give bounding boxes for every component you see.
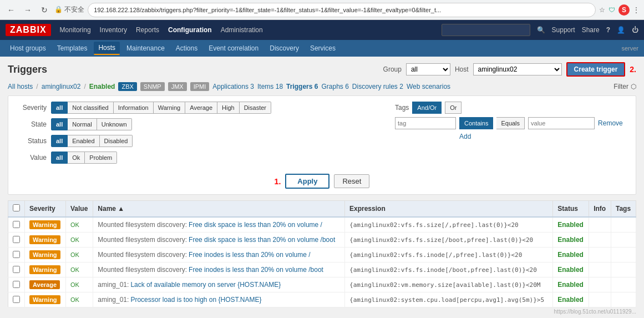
group-select[interactable]: all	[406, 63, 450, 75]
remove-link[interactable]: Remove	[598, 119, 623, 127]
link-triggers[interactable]: Triggers 6	[286, 83, 318, 90]
breadcrumb-all-hosts[interactable]: All hosts	[8, 83, 33, 90]
row-name-link-2[interactable]: Free inodes is less than 20% on volume /	[189, 251, 310, 259]
address-bar[interactable]	[88, 3, 596, 17]
nav-reports[interactable]: Reports	[136, 24, 159, 36]
row-checkbox-1[interactable]	[13, 236, 20, 243]
sub-nav-host-groups[interactable]: Host groups	[6, 42, 50, 54]
row-tags-2	[611, 248, 636, 263]
row-checkbox-0[interactable]	[13, 221, 20, 228]
row-checkbox-4[interactable]	[13, 281, 20, 288]
row-checkbox-5[interactable]	[13, 296, 20, 303]
filter-toggle[interactable]: Filter ⬡	[613, 83, 636, 90]
status-label: Status	[16, 137, 47, 145]
tab-snmp[interactable]: SNMP	[140, 82, 165, 91]
row-expr-text-4: {aminglinux02:vm.memory.size[available].…	[349, 281, 540, 289]
status-buttons: all Enabled Disabled	[51, 135, 133, 147]
sub-nav-maintenance[interactable]: Maintenance	[122, 42, 169, 54]
row-expr-text-0: {aminglinux02:vfs.fs.size[/,pfree].last(…	[349, 221, 519, 229]
link-web-scenarios[interactable]: Web scenarios	[407, 83, 450, 90]
state-normal-btn[interactable]: Normal	[68, 118, 97, 130]
row-severity-4: Average	[25, 277, 66, 292]
severity-badge-1: Warning	[29, 235, 60, 244]
breadcrumb-host[interactable]: aminglinux02	[42, 83, 81, 90]
state-all-btn[interactable]: all	[51, 118, 68, 130]
severity-not-classified-btn[interactable]: Not classified	[68, 102, 113, 114]
row-name-2: Mounted filesystem discovery: Free inode…	[93, 248, 345, 263]
breadcrumb-enabled: Enabled	[89, 83, 115, 90]
reset-button[interactable]: Reset	[334, 174, 369, 188]
sub-nav-actions[interactable]: Actions	[171, 42, 202, 54]
tab-jmx[interactable]: JMX	[168, 82, 187, 91]
back-button[interactable]: ←	[4, 3, 18, 17]
row-severity-1: Warning	[25, 233, 66, 248]
severity-disaster-btn[interactable]: Disaster	[240, 102, 271, 114]
tag-input[interactable]	[395, 117, 456, 129]
row-name-link-0[interactable]: Free disk space is less than 20% on volu…	[189, 221, 322, 229]
sub-nav-discovery[interactable]: Discovery	[265, 42, 303, 54]
severity-average-btn[interactable]: Average	[185, 102, 217, 114]
severity-label: Severity	[16, 104, 47, 112]
value-ok-btn[interactable]: Ok	[68, 152, 85, 164]
row-name-link-4[interactable]: Lack of available memory on server {HOST…	[130, 281, 281, 289]
value-buttons: all Ok Problem	[51, 152, 117, 164]
status-all-btn[interactable]: all	[51, 135, 68, 147]
state-unknown-btn[interactable]: Unknown	[97, 118, 132, 130]
equals-button[interactable]: Equals	[496, 117, 525, 129]
lock-icon: 🔒 不安全	[54, 5, 84, 14]
nav-administration[interactable]: Administration	[221, 24, 263, 36]
sub-nav-event-correlation[interactable]: Event correlation	[204, 42, 263, 54]
forward-button[interactable]: →	[21, 3, 34, 17]
user-icon[interactable]: 👤	[617, 26, 625, 34]
sub-nav-services[interactable]: Services	[306, 42, 340, 54]
sub-nav-templates[interactable]: Templates	[53, 42, 92, 54]
value-problem-btn[interactable]: Problem	[85, 152, 117, 164]
severity-warning-btn[interactable]: Warning	[154, 102, 186, 114]
add-link[interactable]: Add	[459, 133, 471, 140]
th-name[interactable]: Name ▲	[93, 201, 345, 218]
link-items[interactable]: Items 18	[257, 83, 283, 90]
server-label: server	[621, 45, 638, 52]
link-applications[interactable]: Applications 3	[212, 83, 254, 90]
row-value-2: OK	[66, 248, 93, 263]
main-nav: Monitoring Inventory Reports Configurati…	[60, 24, 263, 36]
severity-all-btn[interactable]: all	[51, 102, 68, 114]
severity-information-btn[interactable]: Information	[114, 102, 154, 114]
refresh-button[interactable]: ↻	[38, 3, 51, 17]
select-all-checkbox[interactable]	[13, 204, 20, 211]
tags-and-or-btn[interactable]: And/Or	[412, 102, 442, 114]
tab-ipmi[interactable]: IPMI	[190, 82, 210, 91]
row-name-link-3[interactable]: Free inodes is less than 20% on volume /…	[189, 266, 323, 274]
profile-icon: S	[618, 4, 630, 16]
tab-zbx[interactable]: ZBX	[118, 82, 136, 91]
search-input[interactable]	[442, 24, 530, 36]
row-checkbox-3[interactable]	[13, 266, 20, 273]
host-select[interactable]: aminglinux02	[473, 63, 562, 75]
sub-nav-hosts[interactable]: Hosts	[94, 42, 120, 55]
create-trigger-button[interactable]: Create trigger	[566, 62, 626, 77]
tag-value-input[interactable]	[528, 117, 595, 129]
row-checkbox-2[interactable]	[13, 251, 20, 258]
nav-inventory[interactable]: Inventory	[100, 24, 127, 36]
share-link[interactable]: Share	[582, 26, 600, 34]
status-disabled-btn[interactable]: Disabled	[100, 135, 133, 147]
severity-high-btn[interactable]: High	[217, 102, 240, 114]
tags-label: Tags	[395, 104, 409, 112]
contains-button[interactable]: Contains	[459, 117, 493, 129]
row-severity-5: Warning	[25, 292, 66, 307]
row-name-link-1[interactable]: Free disk space is less than 20% on volu…	[189, 236, 335, 244]
link-discovery-rules[interactable]: Discovery rules 2	[352, 83, 403, 90]
support-link[interactable]: Support	[552, 26, 575, 34]
power-icon[interactable]: ⏻	[632, 26, 638, 34]
status-enabled-btn[interactable]: Enabled	[68, 135, 99, 147]
nav-monitoring[interactable]: Monitoring	[60, 24, 91, 36]
help-link[interactable]: ?	[606, 26, 610, 34]
tags-or-btn[interactable]: Or	[445, 102, 462, 114]
value-all-btn[interactable]: all	[51, 152, 68, 164]
nav-configuration[interactable]: Configuration	[168, 24, 212, 36]
filter-columns: Severity all Not classified Information …	[16, 102, 628, 168]
row-name-link-5[interactable]: Processor load is too high on {HOST.NAME…	[130, 296, 261, 304]
link-graphs[interactable]: Graphs 6	[321, 83, 348, 90]
page-title: Triggers	[8, 64, 47, 75]
apply-button[interactable]: Apply	[285, 174, 329, 189]
